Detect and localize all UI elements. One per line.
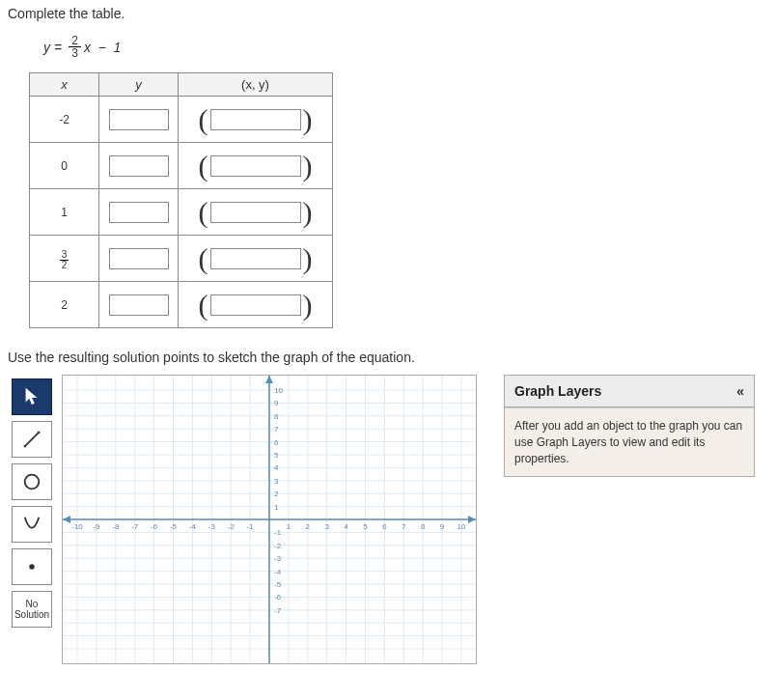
point-icon: [21, 556, 42, 577]
svg-text:8: 8: [274, 412, 279, 421]
table-row: 1 (): [30, 189, 333, 236]
xy-input[interactable]: [210, 155, 301, 177]
x-cell: 3 2: [30, 236, 99, 282]
y-input[interactable]: [109, 294, 169, 316]
eq-rest: − 1: [91, 40, 122, 55]
pointer-icon: [21, 386, 42, 407]
svg-text:-1: -1: [247, 522, 255, 531]
y-cell: [99, 97, 179, 143]
table-row: 2 (): [30, 282, 333, 328]
paren-right: ): [303, 294, 313, 317]
line-icon: [21, 429, 42, 450]
parabola-tool[interactable]: [12, 506, 52, 543]
paren-right: ): [303, 108, 313, 131]
svg-text:9: 9: [440, 522, 445, 531]
svg-text:6: 6: [274, 438, 279, 447]
svg-text:3: 3: [324, 522, 329, 531]
svg-text:5: 5: [274, 451, 279, 460]
svg-text:5: 5: [363, 522, 368, 531]
eq-eq: =: [54, 40, 62, 55]
xy-input[interactable]: [210, 294, 301, 316]
circle-icon: [21, 471, 42, 492]
svg-text:3: 3: [274, 477, 279, 486]
paren-left: (: [199, 294, 208, 317]
svg-text:-7: -7: [131, 522, 139, 531]
paren-right: ): [303, 201, 313, 224]
eq-var: x: [84, 40, 91, 55]
svg-point-1: [29, 564, 35, 570]
svg-text:-2: -2: [274, 542, 282, 550]
y-input[interactable]: [109, 202, 169, 223]
paren-right: ): [303, 154, 313, 178]
paren-left: (: [199, 108, 208, 131]
svg-text:1: 1: [274, 503, 279, 512]
circle-tool[interactable]: [12, 463, 52, 500]
svg-text:6: 6: [382, 522, 387, 531]
collapse-icon[interactable]: «: [736, 383, 744, 399]
th-xy: (x, y): [179, 73, 333, 97]
svg-text:4: 4: [344, 522, 348, 531]
y-input[interactable]: [109, 248, 169, 269]
line-tool[interactable]: [12, 421, 52, 458]
x-cell: -2: [30, 97, 99, 143]
graph-canvas[interactable]: -10-9-8-7-6-5-4-3-2-112345678910-7-6-5-4…: [62, 375, 477, 664]
graph-layers-title: Graph Layers: [514, 383, 601, 399]
svg-point-0: [25, 475, 40, 490]
paren-left: (: [199, 247, 208, 270]
svg-text:7: 7: [402, 522, 406, 531]
svg-text:10: 10: [274, 386, 283, 395]
svg-text:-8: -8: [112, 522, 120, 531]
xy-input[interactable]: [210, 248, 301, 269]
paren-right: ): [303, 247, 313, 270]
svg-text:10: 10: [457, 522, 466, 531]
table-row: 0 (): [30, 143, 333, 189]
paren-left: (: [199, 154, 208, 178]
svg-text:-3: -3: [274, 554, 282, 563]
svg-text:-6: -6: [151, 522, 158, 531]
no-solution-label: NoSolution: [14, 599, 49, 620]
svg-text:2: 2: [274, 490, 279, 498]
paren-left: (: [199, 201, 208, 224]
xy-input[interactable]: [210, 109, 301, 130]
x-cell: 2: [30, 282, 99, 328]
eq-frac-den: 3: [69, 47, 81, 59]
svg-text:-10: -10: [71, 522, 83, 531]
svg-text:-2: -2: [228, 522, 236, 531]
y-input[interactable]: [109, 155, 169, 177]
svg-text:-4: -4: [189, 522, 197, 531]
x-cell: 1: [30, 189, 99, 236]
graph-toolbar: NoSolution: [0, 375, 56, 628]
xy-cell: (): [179, 236, 333, 282]
svg-text:9: 9: [274, 399, 279, 407]
svg-text:-7: -7: [274, 606, 282, 615]
eq-fraction: 2 3: [69, 35, 81, 59]
svg-text:8: 8: [421, 522, 426, 531]
prompt-complete-table: Complete the table.: [0, 0, 776, 27]
xy-cell: (): [179, 97, 333, 143]
graph-layers-body: After you add an object to the graph you…: [505, 407, 754, 476]
no-solution-tool[interactable]: NoSolution: [12, 591, 52, 628]
svg-text:2: 2: [306, 522, 311, 531]
eq-lhs: y: [43, 40, 50, 55]
xy-input[interactable]: [210, 202, 301, 223]
table-row: -2 (): [30, 97, 333, 143]
x-frac-den: 2: [60, 261, 69, 270]
prompt-sketch-graph: Use the resulting solution points to ske…: [0, 344, 776, 375]
y-cell: [99, 236, 179, 282]
svg-text:-9: -9: [93, 522, 100, 531]
th-x: x: [30, 73, 99, 97]
y-cell: [99, 143, 179, 189]
th-y: y: [99, 73, 179, 97]
y-cell: [99, 189, 179, 236]
pointer-tool[interactable]: [12, 378, 52, 415]
point-tool[interactable]: [12, 548, 52, 585]
parabola-icon: [21, 514, 42, 535]
svg-text:4: 4: [274, 463, 279, 472]
xy-cell: (): [179, 189, 333, 236]
xy-table: x y (x, y) -2 () 0 () 1 () 3 2: [29, 72, 333, 328]
y-cell: [99, 282, 179, 328]
xy-cell: (): [179, 143, 333, 189]
svg-text:-1: -1: [274, 528, 282, 537]
equation: y = 2 3 x − 1: [0, 27, 776, 72]
y-input[interactable]: [109, 109, 169, 130]
